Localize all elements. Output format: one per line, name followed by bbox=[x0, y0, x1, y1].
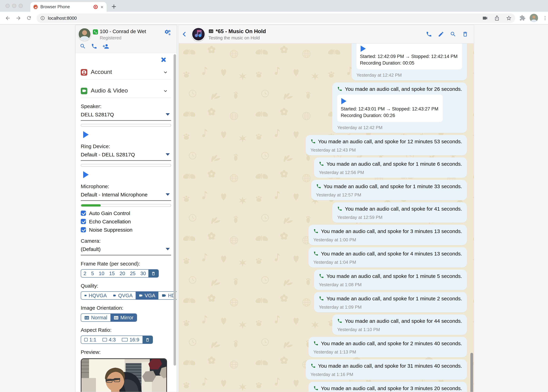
orientation-option-mirror[interactable]: Mirror bbox=[110, 314, 137, 322]
ring-device-select[interactable]: Default - DELL S2817Q bbox=[81, 150, 171, 161]
window-zoom-button[interactable] bbox=[19, 4, 23, 8]
message-bubble: You made an audio call, and spoke for 1 … bbox=[311, 180, 467, 200]
browser-toolbar: localhost:8000 bbox=[0, 12, 548, 25]
extensions-puzzle-icon[interactable] bbox=[519, 15, 526, 21]
recording-indicator-icon bbox=[94, 5, 98, 9]
edit-icon[interactable] bbox=[438, 31, 444, 37]
frame-rate-option-30[interactable]: 30 bbox=[138, 270, 148, 277]
registration-status: Registered bbox=[100, 35, 121, 40]
speaker-select[interactable]: DELL S2817Q bbox=[81, 110, 171, 121]
chat-subtitle: Testing the music on Hold bbox=[208, 35, 423, 40]
frame-rate-clear-trash-icon[interactable] bbox=[148, 270, 158, 277]
speaker-test-play-button[interactable] bbox=[83, 131, 89, 138]
checkbox-checked-icon[interactable] bbox=[81, 210, 86, 216]
microphone-select[interactable]: Default - Internal Microphone bbox=[81, 190, 171, 201]
aspect-shape-icon bbox=[84, 338, 88, 341]
reload-icon[interactable] bbox=[26, 15, 32, 21]
message-text-row: You made an audio call, and spoke for 12… bbox=[311, 139, 462, 144]
recording-player: Started: 12:43:01 PM → Stopped: 12:43:27… bbox=[337, 95, 443, 122]
user-avatar[interactable] bbox=[78, 28, 91, 41]
tab-close-icon[interactable] bbox=[100, 5, 104, 9]
ring-test-play-button[interactable] bbox=[83, 171, 89, 178]
frame-rate-option-5[interactable]: 5 bbox=[89, 270, 96, 277]
call-made-icon bbox=[316, 184, 321, 189]
aspect-shape-icon bbox=[103, 338, 107, 341]
quality-option-vga[interactable]: VGA bbox=[136, 292, 158, 299]
settings-close-icon[interactable] bbox=[161, 57, 166, 62]
message-timestamp: Yesterday at 12:59 PM bbox=[337, 215, 462, 220]
tab-title: Browser Phone bbox=[40, 5, 91, 9]
chat-scrollbar[interactable] bbox=[470, 353, 473, 392]
checkbox-checked-icon[interactable] bbox=[81, 219, 86, 224]
message-bubble: You made an audio call, and spoke for 1 … bbox=[314, 292, 467, 312]
chat-title-block: *65 - Music On Hold Testing the music on… bbox=[208, 28, 423, 40]
speaker-level-meter bbox=[81, 124, 171, 127]
chat-back-icon[interactable] bbox=[181, 30, 188, 38]
frame-rate-option-20[interactable]: 20 bbox=[117, 270, 127, 277]
chevron-down-icon[interactable] bbox=[163, 88, 168, 94]
browser-tab[interactable]: Browser Phone bbox=[30, 2, 107, 12]
delete-conversation-icon[interactable] bbox=[462, 31, 468, 37]
extension-name: 100 - Conrad de Wet bbox=[100, 29, 146, 34]
message-timestamp: Yesterday at 12:43 PM bbox=[311, 147, 462, 153]
browser-profile-avatar[interactable] bbox=[530, 14, 538, 22]
play-button[interactable] bbox=[341, 98, 347, 104]
message-bubble: You made an audio call, and spoke for 41… bbox=[333, 202, 467, 223]
url-text: localhost:8000 bbox=[48, 15, 476, 21]
play-button[interactable] bbox=[361, 46, 366, 52]
site-info-icon[interactable] bbox=[40, 15, 45, 21]
message-bubble: You made an audio call, and spoke for 4 … bbox=[309, 247, 467, 267]
videocam-icon bbox=[84, 294, 87, 297]
camera-preview-image bbox=[81, 358, 167, 392]
select-arrow-icon bbox=[166, 248, 170, 250]
sidebar-scrollbar[interactable] bbox=[173, 54, 176, 366]
frame-rate-option-10[interactable]: 10 bbox=[96, 270, 107, 277]
account-icon bbox=[81, 69, 87, 76]
quality-option-qvga[interactable]: QVGA bbox=[110, 292, 136, 299]
quality-label: Quality: bbox=[81, 283, 171, 289]
browser-menu-kebab-icon[interactable] bbox=[542, 15, 548, 21]
frame-rate-option-15[interactable]: 15 bbox=[107, 270, 117, 277]
window-minimize-button[interactable] bbox=[12, 4, 16, 8]
find-contact-icon[interactable] bbox=[80, 43, 86, 49]
contact-avatar[interactable] bbox=[192, 27, 205, 41]
aspect-option-4x3[interactable]: 4:3 bbox=[99, 336, 119, 343]
camera-permission-icon[interactable] bbox=[482, 15, 488, 21]
new-tab-button[interactable] bbox=[111, 3, 117, 10]
back-icon[interactable] bbox=[5, 15, 11, 21]
forward-icon[interactable] bbox=[15, 15, 21, 21]
orientation-card-icon bbox=[113, 315, 118, 320]
share-icon[interactable] bbox=[494, 15, 500, 21]
address-bar[interactable]: localhost:8000 bbox=[36, 13, 515, 23]
aspect-option-16x9[interactable]: 16:9 bbox=[119, 336, 142, 343]
call-made-icon bbox=[311, 363, 316, 368]
frame-rate-option-25[interactable]: 25 bbox=[127, 270, 138, 277]
bookmark-star-icon[interactable] bbox=[506, 15, 512, 21]
divider bbox=[81, 79, 171, 79]
dial-phone-icon[interactable] bbox=[91, 43, 97, 49]
checkbox-checked-icon[interactable] bbox=[81, 227, 86, 232]
orientation-option-normal[interactable]: Normal bbox=[81, 314, 110, 322]
call-icon[interactable] bbox=[426, 31, 432, 37]
checkbox-label: Noise Suppression bbox=[89, 227, 132, 233]
message-text-row: You made an audio call, and spoke for 2 … bbox=[313, 340, 462, 346]
microphone-level-meter bbox=[81, 204, 171, 207]
recording-duration: Recording Duration: 00:05 bbox=[360, 60, 459, 66]
recording-duration: Recording Duration: 00:26 bbox=[341, 113, 439, 119]
chevron-down-icon[interactable] bbox=[163, 69, 168, 75]
message-text-row: You made an audio call, and spoke for 26… bbox=[337, 86, 462, 92]
window-close-button[interactable] bbox=[6, 4, 10, 8]
settings-gears-icon[interactable] bbox=[164, 29, 171, 36]
quality-option-hqvga[interactable]: HQVGA bbox=[81, 292, 110, 299]
frame-rate-option-2[interactable]: 2 bbox=[81, 270, 89, 277]
call-made-icon bbox=[313, 229, 319, 234]
microphone-label: Microphone: bbox=[81, 183, 171, 189]
section-audio-video[interactable]: Audio & Video bbox=[81, 86, 171, 96]
search-messages-icon[interactable] bbox=[450, 31, 456, 37]
section-account[interactable]: Account bbox=[81, 67, 171, 77]
message-text-row: You made an audio call, and spoke for 1 … bbox=[319, 273, 462, 279]
aspect-option-1x1[interactable]: 1:1 bbox=[81, 336, 99, 343]
camera-select[interactable]: (Default) bbox=[81, 245, 171, 255]
aspect-clear-trash-icon[interactable] bbox=[142, 336, 152, 343]
add-contact-icon[interactable] bbox=[103, 43, 109, 50]
